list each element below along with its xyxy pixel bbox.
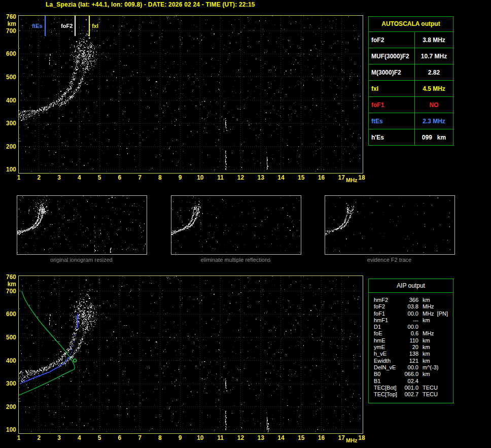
thumbnail-canvas-1 bbox=[17, 196, 146, 253]
autoscala-row-M(3000)F2: M(3000)F22.82 bbox=[369, 64, 453, 81]
aip-row-TEC[Bot]: TEC[Bot]001.0TECU bbox=[374, 385, 451, 391]
x-axis-tick: 1 bbox=[13, 434, 25, 441]
x-axis-tick: 2 bbox=[33, 434, 45, 441]
scaled-ionogram-canvas bbox=[19, 16, 362, 172]
aip-row-foE: foE0.6MHz bbox=[374, 330, 451, 337]
aip-parameter-unit: km bbox=[423, 344, 430, 351]
x-axis-unit: MHz bbox=[346, 177, 358, 183]
y-axis-tick: 400 bbox=[3, 357, 16, 364]
aip-parameter-unit: km bbox=[423, 317, 430, 324]
autoscala-parameter-value: 4.5 MHz bbox=[415, 81, 453, 96]
aip-output-panel: AIP output hmF2366kmfoF203.8MHzfoF100.0M… bbox=[368, 279, 453, 403]
autoscala-parameter-label: M(3000)F2 bbox=[369, 64, 415, 80]
autoscala-parameter-label: h'Es bbox=[369, 129, 415, 145]
processing-step-thumbnail-1 bbox=[17, 195, 147, 255]
station-date-title: La_Spezia (lat: +44.1, lon: 009.8) - DAT… bbox=[46, 1, 255, 8]
aip-parameter-value: 001.0 bbox=[402, 385, 418, 391]
x-axis-tick: 12 bbox=[234, 434, 247, 441]
aip-parameter-value: 121 bbox=[402, 358, 418, 364]
thumbnail-caption: original ionogram resized bbox=[17, 257, 146, 263]
aip-parameter-label: hmF2 bbox=[374, 297, 402, 303]
x-axis-tick: 7 bbox=[134, 434, 146, 441]
y-axis-tick: 600 bbox=[3, 311, 16, 318]
aip-parameter-label: hmF1 bbox=[374, 317, 402, 324]
aip-parameter-label: hmE bbox=[374, 337, 402, 344]
autoscala-parameter-value: NO bbox=[415, 97, 453, 113]
aip-row-foF1: foF100.0MHz[PN] bbox=[374, 311, 451, 317]
processing-step-thumbnail-2 bbox=[171, 195, 301, 255]
y-axis-tick: 100 bbox=[3, 166, 16, 173]
y-axis-tick: 500 bbox=[3, 334, 16, 341]
autoscala-row-foF2: foF23.8 MHz bbox=[369, 32, 453, 48]
inverted-profile-canvas bbox=[19, 276, 362, 432]
x-axis-tick: 15 bbox=[295, 174, 307, 181]
autoscala-row-fxI: fxI4.5 MHz bbox=[369, 81, 453, 97]
x-axis-tick: 13 bbox=[255, 434, 267, 441]
processing-step-thumbnail-3 bbox=[325, 195, 455, 255]
autoscala-output-panel: AUTOSCALA output foF23.8 MHzMUF(3000)F21… bbox=[368, 16, 453, 146]
y-axis-tick: 700 bbox=[3, 27, 16, 35]
autoscala-parameter-label: fxI bbox=[369, 81, 415, 96]
x-axis-tick: 12 bbox=[234, 174, 247, 181]
aip-parameter-label: foF2 bbox=[374, 303, 402, 310]
y-axis-tick: 100 bbox=[3, 426, 16, 433]
x-axis-tick: 6 bbox=[114, 174, 126, 181]
aip-parameter-value: 0.6 bbox=[402, 330, 418, 337]
y-axis-tick: 700 bbox=[3, 288, 16, 295]
x-axis-tick: 8 bbox=[154, 174, 166, 181]
y-axis-unit: km bbox=[3, 281, 16, 288]
aip-parameter-label: D1 bbox=[374, 324, 402, 330]
x-axis-tick: 10 bbox=[194, 434, 206, 441]
aip-row-Ewidth: Ewidth121km bbox=[374, 358, 451, 364]
aip-row-B0: B0066.0km bbox=[374, 371, 451, 377]
y-axis-tick: 200 bbox=[3, 403, 16, 410]
thumbnail-canvas-2 bbox=[171, 196, 300, 253]
foF2-marker-line bbox=[75, 16, 76, 36]
aip-parameter-value: 138 bbox=[402, 351, 418, 357]
autoscala-parameter-value: 2.3 MHz bbox=[415, 113, 453, 129]
aip-parameter-value: 00.0 bbox=[402, 324, 418, 330]
x-axis-tick: 14 bbox=[275, 174, 287, 181]
aip-parameter-value: 02.4 bbox=[402, 378, 418, 385]
y-axis-tick: 600 bbox=[3, 50, 16, 57]
aip-parameter-extra: [PN] bbox=[437, 311, 448, 317]
aip-parameter-unit: km bbox=[423, 371, 430, 377]
y-axis-tick: 300 bbox=[3, 380, 16, 387]
autoscala-parameter-value: 099 km bbox=[415, 129, 453, 145]
x-axis-tick: 5 bbox=[93, 174, 106, 181]
autoscala-parameter-value: 2.82 bbox=[415, 64, 453, 80]
autoscala-row-foF1: foF1NO bbox=[369, 97, 453, 113]
autoscala-screen: La_Spezia (lat: +44.1, lon: 009.8) - DAT… bbox=[0, 0, 491, 448]
x-axis-tick: 1 bbox=[13, 174, 25, 181]
aip-parameter-value: 20 bbox=[402, 344, 418, 351]
x-axis-tick: 11 bbox=[215, 434, 227, 441]
x-axis-tick: 5 bbox=[93, 434, 106, 441]
aip-row-D1: D100.0 bbox=[374, 324, 451, 330]
x-axis-tick: 10 bbox=[194, 174, 206, 181]
aip-parameter-label: Ewidth bbox=[374, 358, 402, 364]
x-axis-tick: 2 bbox=[33, 174, 45, 181]
x-axis-tick: 9 bbox=[174, 434, 186, 441]
aip-row-hmF1: hmF1---km bbox=[374, 317, 451, 324]
aip-parameter-unit: MHz bbox=[423, 330, 434, 337]
x-axis-tick: 8 bbox=[154, 434, 166, 441]
autoscala-parameter-value: 3.8 MHz bbox=[415, 32, 453, 48]
aip-row-hmF2: hmF2366km bbox=[374, 297, 451, 303]
inverted-profile-plot bbox=[18, 275, 363, 434]
x-axis-tick: 4 bbox=[73, 174, 85, 181]
autoscala-row-ftEs: ftEs2.3 MHz bbox=[369, 113, 453, 129]
aip-parameter-label: DelN_vE bbox=[374, 364, 402, 371]
x-axis-tick: 11 bbox=[215, 174, 227, 181]
aip-row-foF2: foF203.8MHz bbox=[374, 303, 451, 310]
aip-row-h_vE: h_vE138km bbox=[374, 351, 451, 357]
aip-row-B1: B102.4 bbox=[374, 378, 451, 385]
x-axis-tick: 16 bbox=[315, 174, 327, 181]
x-axis-tick: 4 bbox=[73, 434, 85, 441]
aip-parameter-unit: TECU bbox=[423, 385, 438, 391]
y-axis-tick: 300 bbox=[3, 120, 16, 127]
aip-parameter-label: foE bbox=[374, 330, 402, 337]
ftEs-marker-label: ftEs bbox=[22, 23, 43, 29]
aip-parameter-value: 00.0 bbox=[402, 311, 418, 317]
y-axis-tick: 500 bbox=[3, 74, 16, 81]
aip-parameter-value: 110 bbox=[402, 337, 418, 344]
